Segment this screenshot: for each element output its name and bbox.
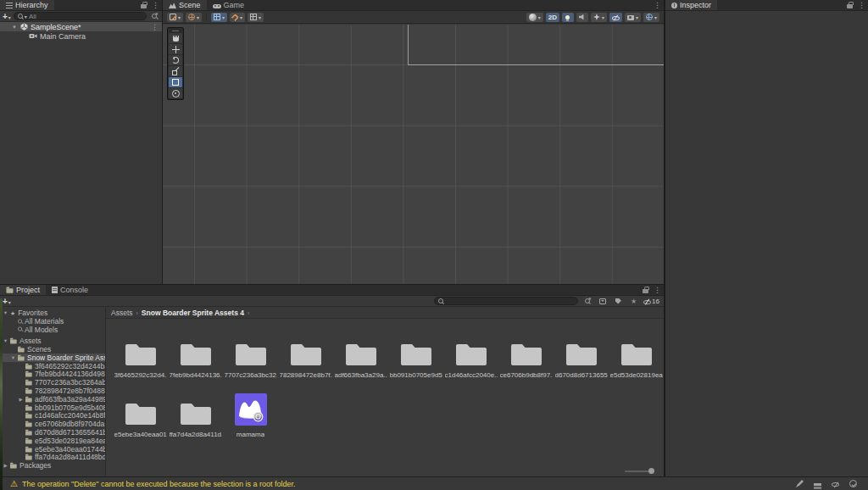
shading-mode-button[interactable] bbox=[526, 13, 543, 22]
asset-tile-782898472e8b7f-[interactable]: 782898472e8b7f... bbox=[278, 331, 333, 390]
paintbrush-button[interactable] bbox=[793, 480, 806, 487]
asset-tile-ffa7d4a2d8a411d-[interactable]: ffa7d4a2d8a411d... bbox=[168, 390, 223, 449]
camera-frame-line-vertical bbox=[408, 25, 409, 64]
project-menu-button[interactable] bbox=[651, 285, 664, 295]
asset-tile-d670d8d6713655-[interactable]: d670d8d6713655... bbox=[554, 331, 609, 390]
project-search-input[interactable] bbox=[434, 297, 578, 305]
hierarchy-create-button[interactable]: + bbox=[3, 12, 11, 21]
palette-drag-handle[interactable] bbox=[169, 29, 182, 32]
scene-menu-button[interactable] bbox=[651, 0, 664, 10]
tree-item-all-materials[interactable]: All Materials bbox=[0, 317, 105, 326]
move-tool-button[interactable] bbox=[169, 44, 182, 54]
tree-item-all-models[interactable]: All Models bbox=[0, 326, 105, 334]
foldout-arrow-icon[interactable]: ▼ bbox=[3, 338, 8, 343]
tree-item-ffa7d4a2d8a411d48bd42[interactable]: ffa7d4a2d8a411d48bd42 bbox=[0, 454, 105, 462]
tree-item-packages[interactable]: ▶Packages bbox=[0, 461, 105, 470]
hierarchy-search-input[interactable]: All bbox=[14, 12, 147, 20]
foldout-arrow-icon[interactable]: ▼ bbox=[3, 310, 8, 315]
tab-inspector[interactable]: Inspector bbox=[665, 0, 717, 10]
hierarchy-lock-button[interactable] bbox=[138, 0, 149, 10]
gizmos-button[interactable] bbox=[643, 13, 659, 22]
effects-button[interactable] bbox=[591, 13, 607, 22]
layers-button[interactable] bbox=[811, 482, 824, 486]
asset-grid: 3f6465292c32d4...7feb9bd4424136...7707c2… bbox=[113, 331, 664, 449]
grid-snap-button[interactable] bbox=[248, 13, 264, 22]
tree-item-scenes[interactable]: Scenes bbox=[0, 345, 105, 354]
breadcrumb-root[interactable]: Assets bbox=[111, 309, 133, 317]
label-button[interactable] bbox=[613, 298, 624, 304]
inspector-menu-button[interactable] bbox=[855, 0, 868, 10]
project-create-button[interactable]: + bbox=[3, 297, 11, 306]
breadcrumb-current[interactable]: Snow Boarder Sprite Assets 4 bbox=[142, 309, 244, 317]
asset-tile-e5ebe3a40eaa01-[interactable]: e5ebe3a40eaa01... bbox=[113, 390, 168, 449]
asset-tile-c1d46afcc2040e-[interactable]: c1d46afcc2040e... bbox=[443, 331, 498, 390]
tree-item-assets[interactable]: ▼Assets bbox=[0, 337, 105, 345]
snap-increment-button[interactable] bbox=[230, 13, 245, 22]
rect-tool-button[interactable] bbox=[169, 77, 182, 87]
hierarchy-item-scene[interactable]: ▼ SampleScene* bbox=[0, 22, 162, 31]
asset-tile-7707c236a3bc32-[interactable]: 7707c236a3bc32... bbox=[223, 331, 278, 390]
background-tasks-button[interactable] bbox=[847, 480, 860, 487]
tab-project[interactable]: Project bbox=[0, 285, 46, 295]
tree-item-ce6706b9db8f9704da1ff[interactable]: ce6706b9db8f9704da1ff bbox=[0, 420, 105, 428]
mode-2d-button[interactable]: 2D bbox=[546, 13, 559, 22]
tree-item-c1d46afcc2040e14b8fd4[interactable]: c1d46afcc2040e14b8fd4 bbox=[0, 412, 105, 420]
visibility-off-button[interactable] bbox=[829, 481, 842, 487]
scene-viewport[interactable] bbox=[163, 25, 664, 284]
thumbnail-size-slider[interactable] bbox=[625, 471, 654, 472]
tree-item-snow-boarder-sprite-assets[interactable]: ▼Snow Boarder Sprite Assets bbox=[0, 354, 105, 362]
hidden-items-toggle[interactable]: 16 bbox=[643, 298, 661, 305]
tree-item-e5d53de02819ea84ea6e[interactable]: e5d53de02819ea84ea6e bbox=[0, 437, 105, 445]
import-activity-button[interactable] bbox=[597, 298, 609, 304]
tab-game[interactable]: Game bbox=[207, 0, 251, 10]
asset-tile-7feb9bd4424136-[interactable]: 7feb9bd4424136... bbox=[168, 331, 223, 390]
skybox-button[interactable] bbox=[186, 13, 202, 22]
tab-console[interactable]: Console bbox=[46, 285, 94, 295]
hierarchy-saved-search-button[interactable] bbox=[149, 14, 159, 19]
foldout-arrow-icon[interactable]: ▶ bbox=[18, 397, 24, 402]
hierarchy-item-main-camera[interactable]: Main Camera bbox=[0, 31, 162, 41]
asset-tile-e5d53de02819ea-[interactable]: e5d53de02819ea... bbox=[609, 331, 664, 390]
asset-tile-ce6706b9db8f97-[interactable]: ce6706b9db8f97... bbox=[498, 331, 554, 390]
folder-icon bbox=[566, 331, 597, 366]
foldout-arrow-icon[interactable]: ▼ bbox=[10, 355, 16, 360]
foldout-arrow-icon[interactable]: ▶ bbox=[3, 463, 8, 468]
scene-audio-button[interactable] bbox=[576, 13, 588, 22]
foldout-arrow-icon[interactable]: ▼ bbox=[11, 25, 18, 30]
scene-camera-button[interactable] bbox=[625, 13, 641, 22]
tree-item-adf663fba3a29a4498934[interactable]: ▶adf663fba3a29a4498934 bbox=[0, 395, 105, 404]
folder-icon bbox=[18, 356, 25, 360]
tab-scene[interactable]: Scene bbox=[163, 0, 207, 10]
asset-tile-mamama[interactable]: mamama bbox=[223, 390, 278, 449]
scale-tool-button[interactable] bbox=[169, 66, 182, 76]
tree-item-7feb9bd4424136d4984d[interactable]: 7feb9bd4424136d4984d bbox=[0, 370, 105, 379]
view-tool-button[interactable] bbox=[169, 33, 182, 43]
tree-item-favorites[interactable]: ▼Favorites bbox=[0, 309, 105, 317]
project-tabbar: Project Console bbox=[0, 285, 664, 296]
transform-tool-button[interactable] bbox=[169, 88, 182, 98]
scene-options-button[interactable] bbox=[151, 23, 159, 31]
hierarchy-menu-button[interactable] bbox=[149, 0, 162, 10]
draw-mode-button[interactable] bbox=[167, 13, 183, 22]
favorites-button[interactable] bbox=[628, 297, 639, 305]
tree-item-label: bb091b0705e9d5b408cc bbox=[35, 404, 105, 412]
status-message[interactable]: The operation "Delete" cannot be execute… bbox=[22, 480, 296, 488]
tree-item-d670d8d6713655641b04[interactable]: d670d8d6713655641b04 bbox=[0, 428, 105, 437]
tree-item-7707c236a3bc3264abfb[interactable]: 7707c236a3bc3264abfb bbox=[0, 378, 105, 387]
tree-item-3f6465292c32d4244ba9[interactable]: 3f6465292c32d4244ba9 bbox=[0, 362, 105, 370]
asset-tile-3f6465292c32d4-[interactable]: 3f6465292c32d4... bbox=[113, 331, 168, 390]
rotate-tool-button[interactable] bbox=[169, 55, 182, 65]
tree-item-782898472e8b7f04882fa[interactable]: 782898472e8b7f04882fa bbox=[0, 387, 105, 395]
tree-item-e5ebe3a40eaa01744b88[interactable]: e5ebe3a40eaa01744b88 bbox=[0, 445, 105, 454]
scene-lighting-button[interactable] bbox=[562, 13, 574, 22]
chevron-down-icon bbox=[602, 14, 604, 21]
grid-visibility-button[interactable] bbox=[211, 13, 227, 22]
project-lock-button[interactable] bbox=[640, 285, 651, 295]
scene-visibility-button[interactable] bbox=[609, 13, 622, 22]
asset-tile-bb091b0705e9d5-[interactable]: bb091b0705e9d5... bbox=[388, 331, 443, 390]
inspector-lock-button[interactable] bbox=[844, 0, 855, 10]
tree-item-bb091b0705e9d5b408cc[interactable]: bb091b0705e9d5b408cc bbox=[0, 404, 105, 412]
tab-hierarchy[interactable]: Hierarchy bbox=[0, 0, 54, 10]
saved-search-button[interactable] bbox=[582, 298, 593, 303]
asset-tile-adf663fba3a29a-[interactable]: adf663fba3a29a... bbox=[333, 331, 388, 390]
